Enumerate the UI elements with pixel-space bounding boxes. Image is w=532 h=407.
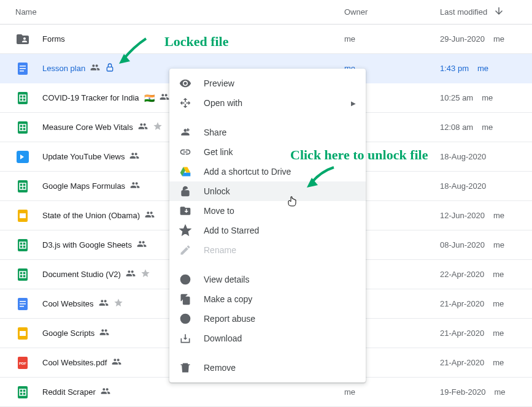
menu-item-download[interactable]: Download — [169, 329, 366, 348]
owner: me — [344, 387, 355, 397]
menu-item-label: Open with — [204, 98, 242, 108]
modified-by: me — [482, 123, 493, 132]
file-type-icon — [15, 120, 30, 135]
shared-icon — [112, 357, 121, 368]
menu-item-add-to-starred[interactable]: Add to Starred — [169, 221, 366, 240]
file-type-icon — [15, 326, 30, 341]
shared-icon — [101, 386, 110, 398]
menu-item-label: Make a copy — [204, 294, 252, 304]
owner: me — [344, 34, 355, 44]
last-modified: 10:25 am — [440, 93, 473, 102]
menu-item-view-details[interactable]: View details — [169, 270, 366, 289]
last-modified: 21-Apr-2020 — [440, 329, 484, 338]
menu-item-label: Download — [204, 333, 242, 343]
file-type-icon — [15, 179, 30, 194]
file-type-icon — [15, 208, 30, 223]
menu-item-report-abuse[interactable]: Report abuse — [169, 309, 366, 329]
modified-by: me — [493, 270, 504, 279]
menu-item-move-to[interactable]: Move to — [169, 201, 366, 221]
shared-icon — [137, 239, 147, 251]
menu-item-add-a-shortcut-to-drive[interactable]: Add a shortcut to Drive — [169, 162, 366, 181]
menu-item-remove[interactable]: Remove — [169, 358, 366, 378]
menu-item-label: View details — [204, 275, 249, 284]
file-row[interactable]: Formsme29-Jun-2020me — [0, 25, 532, 54]
star-icon — [141, 268, 150, 280]
chevron-right-icon: ▶ — [351, 100, 356, 107]
context-menu: PreviewOpen with▶ShareGet linkAdd a shor… — [169, 69, 366, 382]
openwith-icon — [179, 97, 191, 109]
lock-icon — [105, 63, 115, 74]
menu-item-share[interactable]: Share — [169, 123, 366, 142]
file-name: Cool Websites.pdf — [42, 358, 107, 367]
modified-by: me — [493, 358, 504, 367]
last-modified: 18-Aug-2020 — [440, 181, 486, 191]
file-name: Forms — [42, 34, 65, 44]
file-name: D3.js with Google Sheets — [42, 240, 132, 249]
menu-item-label: Rename — [204, 245, 236, 255]
file-type-icon — [15, 32, 30, 47]
menu-item-preview[interactable]: Preview — [169, 74, 366, 93]
menu-item-get-link[interactable]: Get link — [169, 142, 366, 162]
file-name: COVID-19 Tracker for India — [42, 93, 139, 102]
eye-icon — [179, 77, 191, 89]
modified-by: me — [493, 299, 504, 308]
file-type-icon: PDF — [15, 356, 30, 370]
star-icon — [179, 224, 191, 237]
rename-icon — [179, 244, 191, 256]
info-icon — [179, 273, 191, 286]
svg-rect-2 — [20, 68, 26, 69]
svg-point-43 — [185, 277, 186, 278]
moveto-icon — [179, 205, 191, 217]
file-name: Document Studio (V2) — [42, 270, 121, 279]
file-type-icon — [15, 297, 30, 311]
file-type-icon — [15, 61, 30, 76]
last-modified: 19-Feb-2020 — [440, 387, 485, 397]
share-icon — [179, 126, 191, 139]
copy-icon — [179, 293, 191, 305]
file-name: Cool Websites — [42, 299, 94, 308]
sort-arrow-down-icon — [493, 6, 504, 18]
menu-item-unlock[interactable]: Unlock — [169, 181, 366, 201]
star-icon — [114, 298, 123, 310]
unlock-icon — [179, 185, 191, 197]
menu-item-make-a-copy[interactable]: Make a copy — [169, 289, 366, 309]
svg-rect-4 — [107, 67, 112, 71]
star-icon — [153, 121, 163, 133]
modified-by: me — [477, 64, 488, 73]
col-header-owner[interactable]: Owner — [342, 7, 440, 17]
svg-text:PDF: PDF — [19, 362, 26, 365]
file-name: State of the Union (Obama) — [42, 211, 140, 220]
shared-icon — [145, 210, 155, 221]
col-header-name[interactable]: Name — [0, 7, 342, 17]
svg-rect-40 — [182, 191, 189, 196]
shared-icon — [129, 151, 139, 162]
modified-by: me — [493, 34, 504, 44]
file-name: Measure Core Web Vitals — [42, 123, 133, 132]
shared-icon — [99, 327, 109, 339]
menu-item-label: Report abuse — [204, 314, 255, 324]
shared-icon — [160, 92, 169, 104]
report-icon — [179, 313, 191, 325]
menu-item-label: Unlock — [204, 186, 230, 196]
shared-icon — [99, 298, 109, 310]
svg-rect-29 — [20, 301, 26, 302]
menu-item-open-with[interactable]: Open with▶ — [169, 93, 366, 113]
last-modified: 29-Jun-2020 — [440, 34, 485, 44]
svg-point-47 — [185, 321, 186, 321]
menu-item-label: Get link — [204, 147, 233, 157]
shared-icon — [126, 268, 136, 280]
file-type-icon — [15, 150, 30, 164]
menu-item-rename: Rename — [169, 240, 366, 260]
last-modified: 21-Apr-2020 — [440, 358, 484, 367]
svg-rect-30 — [20, 303, 26, 305]
last-modified: 12-Jun-2020 — [440, 211, 485, 220]
svg-rect-31 — [20, 306, 24, 307]
file-name: Update YouTube Views — [42, 152, 125, 161]
svg-rect-33 — [20, 331, 26, 336]
col-header-modified[interactable]: Last modified — [440, 6, 532, 18]
svg-rect-19 — [20, 213, 26, 218]
shared-icon — [90, 63, 100, 74]
file-name: Google Maps Formulas — [42, 181, 125, 191]
table-header: Name Owner Last modified — [0, 0, 532, 25]
file-type-icon — [15, 91, 30, 105]
